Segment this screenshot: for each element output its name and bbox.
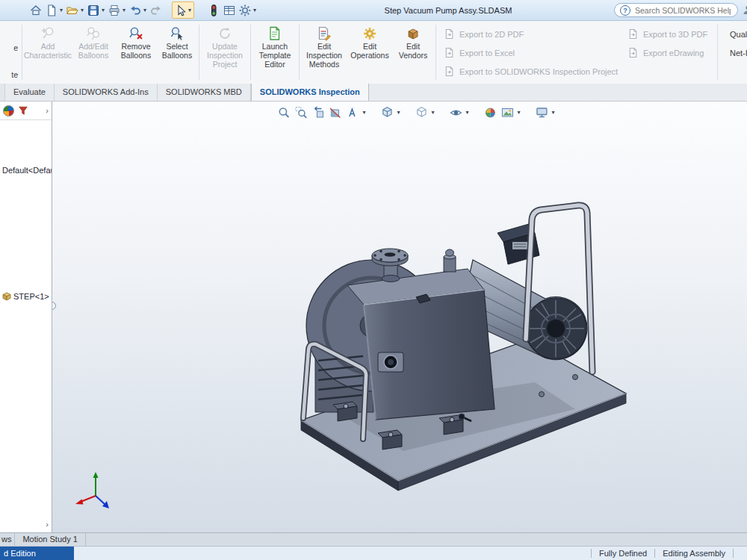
ribbon-button-label: Export to 3D PDF [643, 30, 707, 39]
feature-manager-panel: › Default<Defau STEP<1> (Def › [0, 102, 52, 532]
status-right-group: Fully Defined Editing Assembly [591, 547, 746, 560]
ribbon-button-export-3d-pdf[interactable]: Export to 3D PDF [627, 28, 713, 40]
status-divider [733, 549, 734, 558]
ribbon-button-net-inspect[interactable]: Net-Ins [725, 47, 747, 58]
editing-mode-status: Editing Assembly [655, 549, 733, 558]
ribbon-button-label: Export to Excel [459, 49, 515, 57]
ribbon-cut-button[interactable]: e te [0, 21, 20, 84]
redo-icon[interactable] [149, 3, 164, 18]
export-document-icon [444, 47, 455, 58]
ribbon-button-export-edrawing[interactable]: Export eDrawing [627, 47, 713, 58]
ribbon-button-export-inspection-project[interactable]: Export to SOLIDWORKS Inspection Project [444, 66, 619, 77]
command-manager-tabs: Evaluate SOLIDWORKS Add-Ins SOLIDWORKS M… [0, 84, 747, 102]
ribbon-button-label: Remove Balloons [116, 42, 156, 60]
chevron-down-icon[interactable]: ▾ [60, 7, 63, 13]
select-arrow-icon [173, 3, 188, 18]
new-document-icon[interactable] [44, 3, 59, 18]
feature-tree: Default<Defau STEP<1> (Def [0, 120, 52, 302]
tree-item-component[interactable]: STEP<1> (Def [0, 290, 52, 302]
open-icon[interactable] [65, 3, 80, 18]
constraint-status: Fully Defined [592, 549, 654, 558]
ribbon-button-label: Export to 2D PDF [459, 30, 524, 39]
component-cube-icon [2, 292, 11, 301]
chevron-down-icon[interactable]: ▾ [81, 7, 84, 13]
ribbon-cut-group: Quality Net-Ins [719, 21, 747, 84]
select-tool[interactable]: ▾ [172, 1, 194, 19]
export-document-icon [444, 66, 455, 77]
ribbon-separator [250, 25, 251, 80]
ribbon-button-label: Add/Edit Balloons [72, 42, 114, 60]
panel-expand-arrow[interactable]: › [46, 106, 49, 115]
ribbon-separator [436, 25, 436, 80]
export-document-icon [444, 28, 455, 40]
chevron-down-icon[interactable]: ▾ [123, 7, 125, 13]
help-search-box[interactable]: ? [614, 3, 738, 17]
export-document-icon [627, 28, 639, 40]
ribbon-button-label: Edit Vendors [393, 42, 433, 60]
home-icon[interactable] [28, 3, 43, 18]
ribbon-button-label: Edit Inspection Methods [302, 42, 347, 69]
configuration-manager-icon[interactable] [3, 105, 14, 116]
tab-evaluate[interactable]: Evaluate [5, 84, 55, 101]
status-light-icon[interactable] [206, 3, 221, 18]
ribbon-button-launch-template-editor[interactable]: Launch Template Editor [252, 21, 297, 84]
help-question-icon: ? [620, 5, 630, 16]
print-icon[interactable] [107, 3, 122, 18]
table-icon[interactable] [222, 3, 237, 18]
tab-solidworks-mbd[interactable]: SOLIDWORKS MBD [158, 84, 251, 101]
tab-motion-study-1[interactable]: Motion Study 1 [15, 533, 85, 546]
ribbon-separator [717, 25, 718, 80]
user-icon[interactable] [743, 4, 747, 16]
panel-scroll-arrow[interactable]: › [46, 520, 49, 529]
model-area[interactable] [52, 102, 747, 532]
ribbon-button-label: Update Inspection Project [202, 42, 248, 69]
status-bar: d Edition Fully Defined Editing Assembly [0, 546, 747, 560]
export-document-icon [627, 47, 639, 58]
ribbon-button-select-balloons[interactable]: Select Balloons [157, 21, 197, 84]
help-search-input[interactable] [633, 5, 732, 16]
vendors-box-icon [406, 25, 421, 42]
graphics-viewport[interactable]: ▾ ▾ ▾ ▾ ▾ ▾ [52, 102, 747, 532]
tab-solidworks-add-ins[interactable]: SOLIDWORKS Add-Ins [55, 84, 158, 101]
chevron-down-icon[interactable]: ▾ [253, 7, 256, 13]
ribbon-button-export-2d-pdf[interactable]: Export to 2D PDF [444, 28, 619, 40]
chevron-down-icon[interactable]: ▾ [188, 7, 191, 13]
document-title: Step Vacuum Pump Assy.SLDASM [385, 6, 512, 15]
command-manager-ribbon: e te Add Characteristic Add/Edit Balloon… [0, 21, 747, 84]
ribbon-button-label: Export to SOLIDWORKS Inspection Project [459, 67, 618, 76]
options-gear-icon[interactable] [238, 3, 252, 18]
ribbon-button-remove-balloons[interactable]: Remove Balloons [115, 21, 157, 84]
operations-gear-icon [362, 25, 377, 42]
chevron-down-icon[interactable]: ▾ [143, 7, 146, 13]
ribbon-button-edit-inspection-methods[interactable]: Edit Inspection Methods [301, 21, 347, 84]
ribbon-button-edit-vendors[interactable]: Edit Vendors [392, 21, 434, 84]
ribbon-button-label: Net-Ins [730, 49, 747, 57]
ribbon-button-add-characteristic[interactable]: Add Characteristic [24, 21, 72, 84]
tab-cut-stub[interactable] [0, 84, 5, 101]
ribbon-button-label: Launch Template Editor [253, 42, 297, 69]
save-icon[interactable] [86, 3, 101, 18]
ribbon-button-quality[interactable]: Quality [725, 28, 747, 40]
chevron-down-icon[interactable]: ▾ [102, 7, 105, 13]
ribbon-button-label: Export eDrawing [643, 49, 704, 57]
ribbon-button-label: Add Characteristic [24, 42, 72, 60]
property-manager-icon[interactable] [18, 105, 28, 116]
export-button-group: Export to 2D PDF Export to Excel Export … [438, 21, 622, 84]
ribbon-separator [22, 25, 22, 80]
tab-cut-views[interactable]: ws [0, 533, 15, 546]
ribbon-cut-label: e [13, 43, 18, 52]
ribbon-button-update-inspection-project[interactable]: Update Inspection Project [201, 21, 249, 84]
ribbon-button-edit-operations[interactable]: Edit Operations [347, 21, 392, 84]
ribbon-separator [299, 25, 300, 80]
ribbon-button-add-edit-balloons[interactable]: Add/Edit Balloons [72, 21, 115, 84]
edition-label: d Edition [0, 547, 74, 560]
undo-icon[interactable] [128, 3, 143, 18]
tree-item-label: Default<Defau [2, 166, 52, 175]
title-bar: ▾ ▾ ▾ ▾ ▾ ▾ [0, 0, 747, 21]
tab-solidworks-inspection[interactable]: SOLIDWORKS Inspection [251, 84, 369, 101]
ribbon-button-export-excel[interactable]: Export to Excel [444, 47, 619, 58]
3d-model-vacuum-pump[interactable] [52, 102, 747, 532]
ribbon-cut-label: te [11, 70, 18, 79]
tree-item-configuration[interactable]: Default<Defau [0, 164, 52, 176]
orientation-triad [73, 467, 121, 515]
